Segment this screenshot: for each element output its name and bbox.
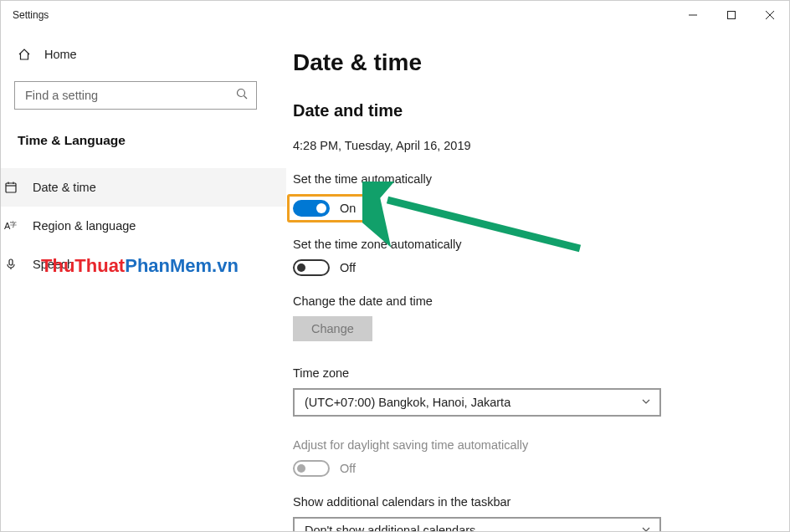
dst-row: Off — [293, 460, 766, 477]
nav-label: Date & time — [33, 181, 96, 194]
mic-icon — [4, 258, 18, 271]
clock-icon — [4, 181, 18, 194]
nav-label: Region & language — [33, 219, 136, 233]
globe-icon: A字 — [4, 219, 18, 233]
window-title: Settings — [13, 9, 49, 21]
set-time-auto-toggle[interactable] — [293, 200, 330, 217]
set-tz-auto-toggle[interactable] — [293, 259, 330, 276]
current-datetime: 4:28 PM, Tuesday, April 16, 2019 — [293, 139, 766, 152]
svg-line-5 — [244, 96, 248, 100]
dst-label: Adjust for daylight saving time automati… — [293, 438, 766, 452]
window-titlebar: Settings — [1, 1, 789, 29]
set-time-auto-row: On — [287, 194, 365, 223]
main-content: Date & time Date and time 4:28 PM, Tuesd… — [273, 29, 789, 531]
section-title: Date and time — [293, 101, 766, 120]
page-title: Date & time — [293, 49, 766, 76]
calendars-label: Show additional calendars in the taskbar — [293, 495, 766, 509]
maximize-button[interactable] — [712, 1, 751, 29]
minimize-button[interactable] — [674, 1, 712, 29]
search-icon — [236, 88, 248, 103]
svg-text:字: 字 — [10, 221, 17, 228]
home-nav[interactable]: Home — [14, 36, 259, 73]
calendars-value: Don't show additional calendars — [305, 524, 475, 531]
toggle-state: On — [340, 202, 356, 215]
search-input[interactable] — [25, 89, 236, 102]
chevron-down-icon — [641, 396, 651, 409]
svg-rect-12 — [9, 259, 13, 265]
nav-date-time[interactable]: Date & time — [0, 168, 286, 207]
set-tz-auto-label: Set the time zone automatically — [293, 238, 766, 251]
timezone-label: Time zone — [293, 366, 766, 380]
calendars-dropdown[interactable]: Don't show additional calendars — [293, 517, 661, 531]
svg-point-4 — [238, 90, 245, 97]
set-tz-auto-row: Off — [293, 259, 766, 276]
timezone-dropdown[interactable]: (UTC+07:00) Bangkok, Hanoi, Jakarta — [293, 388, 661, 417]
nav-label: Speech — [33, 258, 74, 271]
set-time-auto-label: Set the time automatically — [293, 172, 766, 186]
chevron-down-icon — [641, 524, 651, 531]
toggle-state: Off — [340, 261, 356, 274]
home-icon — [18, 48, 31, 61]
nav-region-language[interactable]: A字 Region & language — [0, 207, 286, 245]
dst-toggle — [293, 460, 330, 477]
home-label: Home — [44, 48, 77, 61]
toggle-state: Off — [340, 462, 356, 475]
category-heading: Time & Language — [14, 130, 259, 160]
sidebar: Home Time & Language Date & time A字 — [1, 29, 273, 531]
search-box[interactable] — [14, 81, 257, 110]
timezone-value: (UTC+07:00) Bangkok, Hanoi, Jakarta — [305, 396, 510, 409]
nav-speech[interactable]: Speech — [0, 245, 286, 284]
change-dt-label: Change the date and time — [293, 294, 766, 308]
change-button[interactable]: Change — [293, 316, 372, 341]
svg-rect-6 — [6, 183, 16, 192]
svg-rect-1 — [728, 12, 736, 19]
close-button[interactable] — [751, 1, 789, 29]
